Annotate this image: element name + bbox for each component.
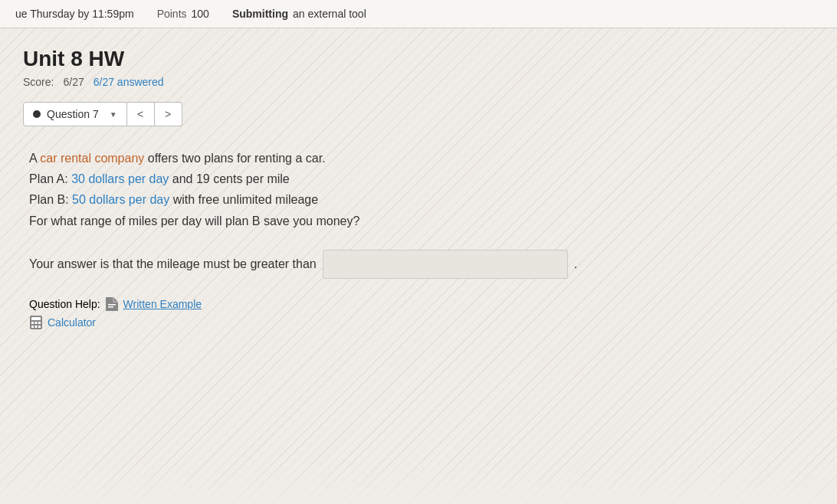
question-status-dot xyxy=(33,110,41,118)
question-label: Question 7 xyxy=(47,108,99,120)
written-example-icon xyxy=(105,297,119,311)
points-label: Points xyxy=(157,8,187,20)
question-selector[interactable]: Question 7 ▼ xyxy=(23,102,127,126)
score-label: Score: xyxy=(23,76,54,88)
answer-pre-text: Your answer is that the mileage must be … xyxy=(29,257,317,271)
question-line2: Plan A: 30 dollars per day and 19 cents … xyxy=(29,169,814,189)
calculator-link[interactable]: Calculator xyxy=(48,316,96,329)
question-line4: For what range of miles per day will pla… xyxy=(29,211,814,231)
highlight-car-rental: car rental company xyxy=(40,152,144,165)
svg-rect-0 xyxy=(108,304,116,306)
score-value: 6/27 xyxy=(63,76,84,88)
svg-rect-7 xyxy=(31,326,34,328)
calculator-icon xyxy=(29,316,43,329)
prev-question-button[interactable]: < xyxy=(127,102,155,126)
svg-rect-8 xyxy=(35,326,38,328)
main-content: Unit 8 HW Score: 6/27 6/27 answered Ques… xyxy=(0,28,837,348)
question-content: A car rental company offers two plans fo… xyxy=(23,148,814,231)
svg-rect-1 xyxy=(108,306,113,308)
header-bar: ue Thursday by 11:59pm Points 100 Submit… xyxy=(0,0,837,28)
due-date: ue Thursday by 11:59pm xyxy=(15,8,134,20)
answered-label: 6/27 answered xyxy=(94,76,164,88)
answer-area: Your answer is that the mileage must be … xyxy=(23,250,814,279)
points-info: Points 100 xyxy=(157,8,209,20)
answer-period: . xyxy=(574,257,577,271)
question-line3: Plan B: 50 dollars per day with free unl… xyxy=(29,189,814,210)
score-line: Score: 6/27 6/27 answered xyxy=(23,76,814,88)
question-line1: A car rental company offers two plans fo… xyxy=(29,148,814,169)
svg-rect-3 xyxy=(31,317,41,320)
highlight-plan-b: 50 dollars per day xyxy=(72,193,169,206)
next-question-button[interactable]: > xyxy=(155,102,182,126)
page-wrapper: ue Thursday by 11:59pm Points 100 Submit… xyxy=(0,0,837,504)
assignment-title: Unit 8 HW xyxy=(23,47,814,71)
question-navigation: Question 7 ▼ < > xyxy=(23,102,182,126)
dropdown-arrow-icon: ▼ xyxy=(110,110,117,119)
submitting-label: Submitting xyxy=(232,8,288,20)
svg-rect-6 xyxy=(38,322,41,324)
points-value: 100 xyxy=(192,8,209,20)
question-help-label: Question Help: xyxy=(29,298,100,310)
submitting-info: Submitting an external tool xyxy=(232,8,366,20)
help-header: Question Help: Written Example xyxy=(29,297,814,311)
calculator-item: Calculator xyxy=(29,316,814,329)
highlight-plan-a: 30 dollars per day xyxy=(71,172,169,185)
answer-input[interactable] xyxy=(323,250,568,279)
submitting-value: an external tool xyxy=(293,8,366,20)
svg-rect-5 xyxy=(35,322,38,324)
written-example-link[interactable]: Written Example xyxy=(123,298,202,310)
bottom-gradient xyxy=(0,464,837,504)
question-help: Question Help: Written Example xyxy=(23,297,814,329)
svg-rect-9 xyxy=(38,326,41,328)
svg-rect-4 xyxy=(31,322,34,324)
